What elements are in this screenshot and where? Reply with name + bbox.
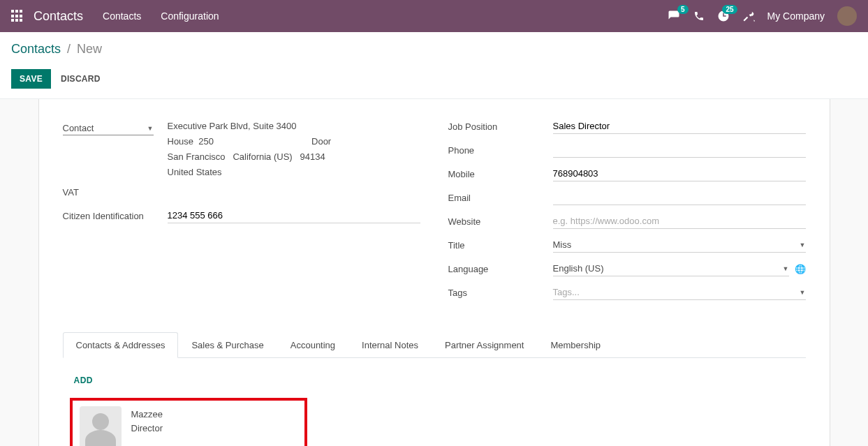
language-label: Language (448, 261, 553, 274)
add-button[interactable]: ADD (74, 376, 94, 385)
top-menu: Contacts Configuration (103, 10, 219, 22)
tab-contacts-addresses[interactable]: Contacts & Addresses (63, 332, 179, 358)
activity-badge: 25 (722, 5, 737, 14)
discuss-badge: 5 (677, 5, 689, 14)
phone-input[interactable] (553, 142, 806, 158)
breadcrumb-root[interactable]: Contacts (11, 42, 61, 56)
contact-card[interactable]: Mazzee Director (70, 398, 307, 446)
contact-card-role: Director (131, 422, 163, 436)
address-zip: 94134 (300, 151, 325, 162)
vat-label: VAT (63, 184, 168, 198)
address-block[interactable]: Executive Park Blvd, Suite 3400 House 25… (168, 119, 420, 180)
website-label: Website (448, 214, 553, 227)
door-label: Door (311, 134, 331, 149)
tab-accounting[interactable]: Accounting (277, 332, 348, 358)
tags-select[interactable]: Tags...▼ (553, 285, 806, 300)
address-street: Executive Park Blvd, Suite 3400 (168, 119, 420, 134)
house-value: 250 (198, 136, 214, 147)
email-input[interactable] (553, 190, 806, 205)
website-input[interactable] (553, 214, 806, 229)
tab-body: ADD Mazzee Director (63, 358, 806, 446)
mobile-label: Mobile (448, 166, 553, 179)
language-select[interactable]: English (US)▼ (553, 261, 789, 276)
citizen-id-label: Citizen Identification (63, 208, 168, 221)
contact-type-value: Contact (63, 123, 94, 133)
tab-partner-assignment[interactable]: Partner Assignment (432, 332, 537, 358)
chevron-down-icon: ▼ (800, 241, 806, 248)
globe-icon[interactable]: 🌐 (795, 264, 806, 274)
company-name[interactable]: My Company (767, 10, 825, 22)
address-state: California (US) (233, 151, 292, 162)
job-input[interactable] (553, 119, 806, 134)
title-label: Title (448, 237, 553, 251)
chevron-down-icon: ▼ (800, 289, 806, 296)
title-select[interactable]: Miss▼ (553, 237, 806, 253)
avatar-placeholder-icon (80, 406, 122, 446)
phone-icon[interactable] (693, 10, 705, 22)
address-city: San Francisco (168, 151, 226, 162)
chevron-down-icon: ▼ (783, 265, 789, 272)
contact-card-name: Mazzee (131, 408, 163, 422)
app-brand: Contacts (34, 9, 83, 24)
topbar: Contacts Contacts Configuration 5 25 My … (0, 0, 868, 32)
discuss-icon[interactable]: 5 (667, 10, 681, 22)
language-value: English (US) (553, 263, 604, 274)
activity-icon[interactable]: 25 (717, 10, 730, 22)
apps-icon[interactable] (11, 10, 24, 22)
control-panel: Contacts / New SAVE DISCARD (0, 32, 868, 99)
menu-configuration[interactable]: Configuration (161, 10, 219, 22)
address-country: United States (168, 165, 420, 180)
breadcrumb-current: New (77, 42, 102, 56)
breadcrumb: Contacts / New (11, 42, 857, 57)
tabs: Contacts & Addresses Sales & Purchase Ac… (63, 332, 806, 358)
email-label: Email (448, 190, 553, 203)
menu-contacts[interactable]: Contacts (103, 10, 141, 22)
user-avatar[interactable] (837, 6, 857, 26)
save-button[interactable]: SAVE (11, 69, 51, 89)
phone-label: Phone (448, 142, 553, 156)
mobile-input[interactable] (553, 166, 806, 181)
title-value: Miss (553, 239, 572, 250)
job-label: Job Position (448, 119, 553, 132)
contact-type-select[interactable]: Contact ▼ (63, 121, 154, 135)
tab-internal-notes[interactable]: Internal Notes (348, 332, 432, 358)
settings-icon[interactable] (742, 10, 755, 22)
tags-placeholder: Tags... (553, 287, 580, 297)
tab-membership[interactable]: Membership (537, 332, 614, 358)
citizen-id-input[interactable] (168, 208, 420, 223)
chevron-down-icon: ▼ (147, 125, 154, 132)
tab-sales-purchase[interactable]: Sales & Purchase (178, 332, 277, 358)
form-sheet: Contact ▼ Executive Park Blvd, Suite 340… (38, 99, 830, 446)
discard-button[interactable]: DISCARD (61, 74, 101, 84)
tags-label: Tags (448, 285, 553, 298)
house-label: House (168, 136, 194, 147)
